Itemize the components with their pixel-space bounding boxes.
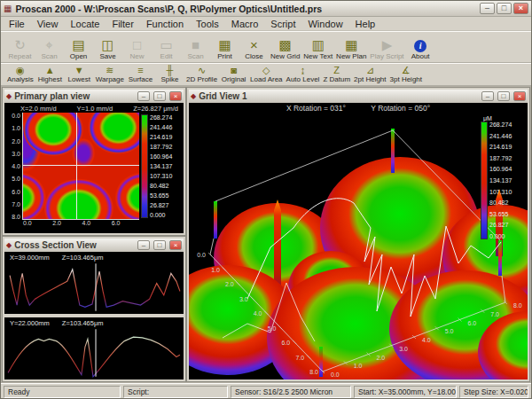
corner-post	[319, 347, 323, 377]
z-datum-icon: Z	[333, 65, 340, 75]
plan-surface-image	[23, 113, 139, 219]
plan-maximize-button[interactable]	[153, 91, 166, 101]
plan-y-tick: 8.0	[12, 214, 20, 220]
grid-axis-tick: 3.0	[239, 296, 248, 302]
plan-y-tick: 6.0	[12, 189, 20, 195]
toolbar-button-2pt-height[interactable]: ⊿2pt Height	[352, 64, 387, 84]
menu-tools[interactable]: Tools	[190, 18, 225, 30]
analysis-icon: ◉	[16, 65, 25, 75]
toolbar-button-new-plan[interactable]: ▦New Plan	[334, 36, 368, 61]
grid-maximize-button[interactable]	[497, 91, 510, 101]
toolbar-button-warpage[interactable]: ≋Warpage	[94, 64, 126, 84]
toolbar-button-z-datum[interactable]: ZZ Datum	[321, 64, 352, 84]
cross-section-x-plot	[4, 262, 184, 313]
scale-value: 241.446	[150, 124, 172, 130]
toolbar-button-play-script: ▶Play Script	[368, 36, 405, 61]
toolbar-button-original[interactable]: ◙Original	[219, 64, 248, 84]
plan-color-scale: 268.274241.446214.619187.792160.964134.1…	[139, 113, 182, 220]
toolbar-button-3pt-height[interactable]: ∡3pt Height	[388, 64, 424, 84]
cross-minimize-button[interactable]	[137, 240, 150, 250]
toolbar-button-highest[interactable]: ▲Highest	[35, 64, 65, 84]
open-folder-icon: ▤	[72, 37, 84, 52]
analysis-toolbar: ◉Analysis▲Highest▼Lowest≋Warpage≡Surface…	[1, 63, 531, 86]
grid-3d-scene[interactable]: 0.01.02.03.04.05.06.07.08.00.01.02.03.04…	[189, 114, 528, 379]
plan-y-tick: 2.0	[12, 138, 20, 145]
cross-section-y-panel[interactable]: Y=22.000mm Z=103.465μm	[4, 317, 184, 379]
status-bar: ReadyScript:Sensor: S16/2.5 2500 MicronS…	[1, 383, 531, 399]
toolbar-button-auto-level[interactable]: ↨Auto Level	[285, 64, 322, 84]
grid-color-scale: μM268.274241.446214.619187.792160.964134…	[481, 115, 525, 239]
plan-minimize-button[interactable]	[137, 91, 150, 101]
grid-view-titlebar[interactable]: ◆ Grid View 1	[189, 90, 528, 103]
cross-maximize-button[interactable]	[153, 240, 166, 250]
scan-document-icon: ■	[192, 37, 200, 52]
cross-y-position: Y=22.000mm	[10, 319, 50, 327]
scale-value: 160.964	[489, 166, 512, 172]
grid-axis-tick: 4.0	[422, 337, 431, 343]
toolbar-button-2d-profile[interactable]: ∿2D Profile	[184, 64, 219, 84]
toolbar-button-new-grid[interactable]: ▩New Grid	[269, 36, 301, 61]
maximize-button[interactable]	[497, 3, 512, 14]
toolbar-button-lowest[interactable]: ▼Lowest	[65, 64, 94, 84]
plan-y-tick: 5.0	[12, 176, 20, 182]
grid-axis-tick: 6.0	[282, 340, 291, 346]
toolbar-button-new-text[interactable]: ▥New Text	[301, 36, 334, 61]
plan-view-titlebar[interactable]: ◆ Primary plan view	[4, 90, 184, 103]
title-bar[interactable]: ▦ Proscan 2000 - W:\Proscan Scans\P, Q, …	[1, 1, 531, 17]
plan-x-tick: 2.0	[52, 220, 82, 226]
cross-y-height: Z=103.465μm	[62, 319, 104, 327]
toolbar-button-close[interactable]: ×Close	[239, 36, 269, 61]
plan-z-scale: Z=26.827 μm/d	[133, 105, 178, 113]
play-script-icon: ▶	[382, 37, 393, 52]
plan-window-icon: ◆	[6, 93, 12, 100]
toolbar-button-surface[interactable]: ≡Surface	[126, 64, 155, 84]
grid-axis-tick: 7.0	[295, 355, 304, 361]
grid-minimize-button[interactable]	[481, 91, 494, 101]
y-rotation-value: Y Rotation = 050°	[371, 104, 430, 113]
toolbar-button-print[interactable]: ▦Print	[210, 36, 239, 61]
minimize-button[interactable]	[480, 3, 495, 14]
cross-close-button[interactable]	[169, 240, 182, 250]
auto-level-icon: ↨	[301, 65, 306, 75]
main-toolbar: ↻Repeat⌖Scan▤Open◫Save□New▭Edit■Scan▦Pri…	[1, 31, 531, 63]
grid-axis-tick: 8.0	[309, 369, 318, 375]
height-2pt-icon: ⊿	[366, 65, 374, 75]
plan-colormap[interactable]	[22, 113, 139, 220]
close-button[interactable]	[513, 3, 528, 14]
scale-value: 53.655	[489, 211, 512, 217]
cross-section-x-panel[interactable]: X=39.000mm Z=103.465μm	[4, 252, 184, 314]
menu-script[interactable]: Script	[264, 18, 301, 30]
scale-value: 80.482	[489, 200, 512, 206]
warpage-icon: ≋	[106, 65, 113, 75]
cross-window-icon: ◆	[6, 242, 12, 249]
toolbar-button-open[interactable]: ▤Open	[64, 36, 93, 61]
menu-help[interactable]: Help	[349, 18, 382, 30]
new-text-icon: ▥	[312, 37, 325, 52]
plan-scale-readout: X=2.0 mm/d Y=1.0 mm/d Z=26.827 μm/d	[6, 104, 182, 113]
toolbar-button-load-area[interactable]: ◇Load Area	[248, 64, 284, 84]
menu-view[interactable]: View	[31, 18, 65, 30]
cross-view-titlebar[interactable]: ◆ Cross Section View	[4, 239, 184, 252]
toolbar-button-save[interactable]: ◫Save	[93, 36, 122, 61]
menu-file[interactable]: File	[3, 18, 31, 30]
repeat-icon: ↻	[14, 37, 26, 52]
cross-y-curve	[8, 337, 180, 377]
menu-filter[interactable]: Filter	[106, 18, 139, 30]
toolbar-button-spike[interactable]: ╫Spike	[155, 64, 184, 84]
plan-y-scale: Y=1.0 mm/d	[77, 105, 113, 113]
plan-y-tick: 3.0	[12, 151, 20, 157]
grid-axis-tick: 3.0	[399, 346, 408, 352]
primary-plan-view-window: ◆ Primary plan view X=2.0 mm/d Y=1.0 mm/…	[3, 88, 185, 235]
plan-y-axis: 0.01.02.03.04.05.06.07.08.0	[6, 113, 22, 220]
toolbar-button-about[interactable]: iAbout	[406, 39, 435, 61]
toolbar-button-analysis[interactable]: ◉Analysis	[5, 64, 35, 84]
cross-section-y-plot	[4, 327, 184, 379]
plan-close-button[interactable]	[169, 91, 182, 101]
menu-macro[interactable]: Macro	[225, 18, 265, 30]
status-ready: Ready	[4, 386, 121, 398]
menu-window[interactable]: Window	[301, 18, 348, 30]
menu-locate[interactable]: Locate	[64, 18, 106, 30]
menu-function[interactable]: Function	[140, 18, 190, 30]
grid-close-button[interactable]	[513, 91, 526, 101]
corner-post	[391, 129, 395, 173]
